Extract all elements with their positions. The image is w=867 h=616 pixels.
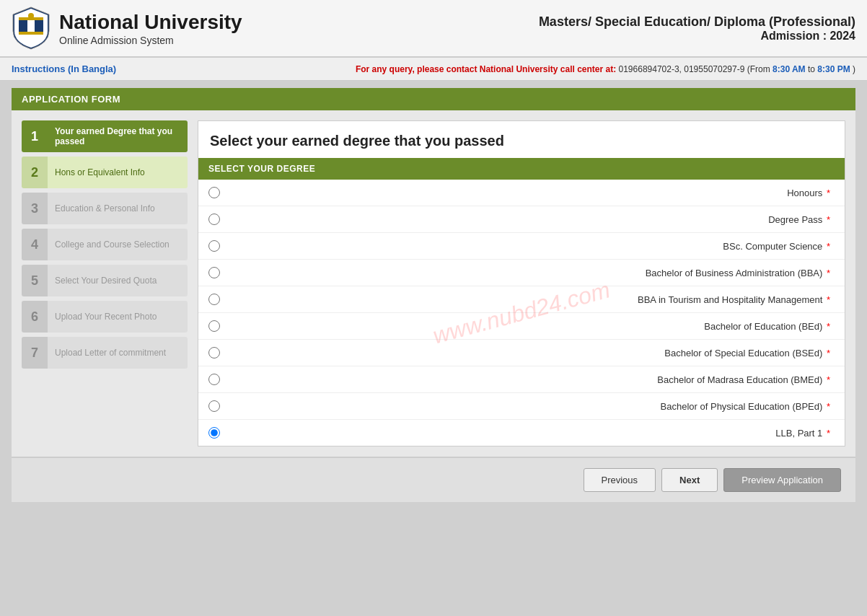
degree-label-deg3: BSc. Computer Science * xyxy=(220,241,835,252)
system-name: Online Admission System xyxy=(59,35,242,46)
degree-row-deg5[interactable]: BBA in Tourism and Hospitality Managemen… xyxy=(198,286,845,313)
degree-row-deg3[interactable]: BSc. Computer Science * xyxy=(198,233,845,260)
degree-radio-deg4[interactable] xyxy=(208,267,220,278)
step-number-step6: 6 xyxy=(22,301,48,333)
step-item-step1[interactable]: 1Your earned Degree that you passed xyxy=(22,120,188,152)
next-button[interactable]: Next xyxy=(661,468,718,492)
step-item-step6: 6Upload Your Recent Photo xyxy=(22,301,188,333)
query-time-to: 8:30 PM xyxy=(817,64,850,74)
step-label-step6: Upload Your Recent Photo xyxy=(48,301,188,333)
degree-row-deg6[interactable]: Bachelor of Education (BEd) * xyxy=(198,313,845,340)
degree-section-header: SELECT YOUR DEGREE xyxy=(198,158,845,180)
svg-rect-2 xyxy=(19,32,43,35)
header-title-block: National University Online Admission Sys… xyxy=(59,10,242,46)
program-title: Masters/ Special Education/ Diploma (Pro… xyxy=(539,14,855,30)
query-numbers: 01966894702-3, 01955070297-9 xyxy=(619,64,745,74)
university-name: National University xyxy=(59,10,242,35)
step-label-step1: Your earned Degree that you passed xyxy=(48,120,188,152)
query-info: For any query, please contact National U… xyxy=(356,64,855,74)
degree-radio-deg2[interactable] xyxy=(208,214,220,225)
university-logo xyxy=(12,6,50,50)
step-number-step5: 5 xyxy=(22,265,48,296)
query-time-from: 8:30 AM xyxy=(773,64,806,74)
degree-radio-deg5[interactable] xyxy=(208,294,220,305)
page-header: National University Online Admission Sys… xyxy=(0,0,867,58)
step-number-step4: 4 xyxy=(22,229,48,260)
step-item-step5: 5Select Your Desired Quota xyxy=(22,265,188,296)
degree-row-deg7[interactable]: Bachelor of Special Education (BSEd) * xyxy=(198,340,845,366)
degree-row-deg1[interactable]: Honours * xyxy=(198,180,845,206)
form-panel: Select your earned degree that you passe… xyxy=(198,120,845,446)
degree-row-deg10[interactable]: LLB, Part 1 * xyxy=(198,420,845,446)
step-label-step5: Select Your Desired Quota xyxy=(48,265,188,296)
degree-row-deg2[interactable]: Degree Pass * xyxy=(198,206,845,233)
query-time-prefix: (From xyxy=(747,64,773,74)
step-label-step3: Education & Personal Info xyxy=(48,193,188,224)
step-label-step7: Upload Letter of commitment xyxy=(48,337,188,369)
degree-label-deg6: Bachelor of Education (BEd) * xyxy=(220,321,835,332)
degree-radio-deg9[interactable] xyxy=(208,400,220,412)
step-number-step7: 7 xyxy=(22,337,48,369)
degree-label-deg2: Degree Pass * xyxy=(220,214,835,225)
header-right: Masters/ Special Education/ Diploma (Pro… xyxy=(539,14,855,43)
svg-point-4 xyxy=(28,13,34,19)
step-label-step4: College and Course Selection xyxy=(48,229,188,260)
step-number-step1: 1 xyxy=(22,120,48,152)
instructions-link[interactable]: Instructions (In Bangla) xyxy=(12,63,116,74)
degree-radio-deg1[interactable] xyxy=(208,187,220,198)
degree-row-deg4[interactable]: Bachelor of Business Administration (BBA… xyxy=(198,260,845,286)
previous-button[interactable]: Previous xyxy=(584,468,656,492)
form-title: Select your earned degree that you passe… xyxy=(198,121,845,158)
degree-label-deg1: Honours * xyxy=(220,188,835,198)
app-form-header: APPLICATION FORM xyxy=(12,88,855,110)
degree-label-deg8: Bachelor of Madrasa Education (BMEd) * xyxy=(220,374,835,385)
query-time-to-label: to xyxy=(808,64,817,74)
step-label-step2: Hons or Equivalent Info xyxy=(48,157,188,188)
degree-radio-deg3[interactable] xyxy=(208,240,220,252)
degree-radio-deg8[interactable] xyxy=(208,374,220,385)
footer-bar: Previous Next Preview Application xyxy=(12,457,855,502)
query-time-suffix: ) xyxy=(853,64,855,74)
step-number-step2: 2 xyxy=(22,157,48,188)
info-bar: Instructions (In Bangla) For any query, … xyxy=(0,58,867,81)
admission-year: Admission : 2024 xyxy=(539,30,855,43)
degree-radio-deg10[interactable] xyxy=(208,427,220,439)
step-item-step3: 3Education & Personal Info xyxy=(22,193,188,224)
degree-radio-deg6[interactable] xyxy=(208,320,220,332)
step-number-step3: 3 xyxy=(22,193,48,224)
degree-row-deg9[interactable]: Bachelor of Physical Education (BPEd) * xyxy=(198,393,845,420)
svg-rect-0 xyxy=(19,20,27,32)
degree-row-deg8[interactable]: Bachelor of Madrasa Education (BMEd) * xyxy=(198,366,845,393)
preview-button[interactable]: Preview Application xyxy=(723,468,841,492)
step-item-step4: 4College and Course Selection xyxy=(22,229,188,260)
degree-label-deg4: Bachelor of Business Administration (BBA… xyxy=(220,268,835,278)
degree-label-deg5: BBA in Tourism and Hospitality Managemen… xyxy=(220,294,835,305)
degree-radio-deg7[interactable] xyxy=(208,347,220,358)
query-label: For any query, please contact National U… xyxy=(356,64,616,74)
header-left: National University Online Admission Sys… xyxy=(12,6,242,50)
main-container: APPLICATION FORM 1Your earned Degree tha… xyxy=(12,88,855,502)
steps-sidebar: 1Your earned Degree that you passed2Hons… xyxy=(22,120,188,446)
step-item-step7: 7Upload Letter of commitment xyxy=(22,337,188,369)
degree-list: www.nubd24.com Honours *Degree Pass *BSc… xyxy=(198,180,845,446)
content-area: 1Your earned Degree that you passed2Hons… xyxy=(12,110,855,457)
degree-label-deg9: Bachelor of Physical Education (BPEd) * xyxy=(220,401,835,412)
svg-rect-1 xyxy=(35,20,43,32)
step-item-step2[interactable]: 2Hons or Equivalent Info xyxy=(22,157,188,188)
degree-label-deg7: Bachelor of Special Education (BSEd) * xyxy=(220,348,835,358)
degree-label-deg10: LLB, Part 1 * xyxy=(220,428,835,439)
